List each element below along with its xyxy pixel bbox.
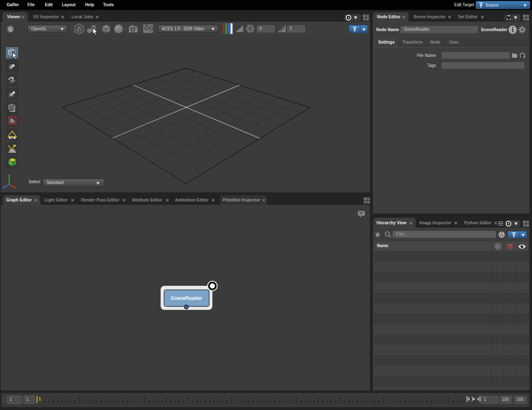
svg-text:SceneReader: SceneReader: [170, 295, 202, 301]
